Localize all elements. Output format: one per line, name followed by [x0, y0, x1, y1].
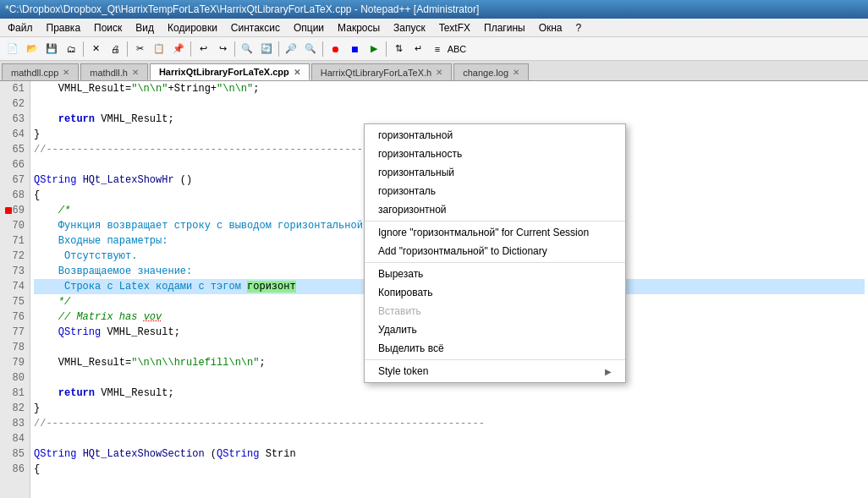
- ctx-autocomplete-section: горизонтальной горизонтальность горизонт…: [365, 124, 625, 222]
- toolbar-replace[interactable]: 🔄: [257, 40, 276, 58]
- menu-plugins[interactable]: Плагины: [480, 21, 530, 35]
- ctx-style-token[interactable]: Style token ▶: [365, 362, 625, 380]
- tab-harrix-h[interactable]: HarrixQtLibraryForLaTeX.h ✕: [311, 63, 452, 80]
- line-num-65: 65: [5, 142, 25, 157]
- toolbar-sep-6: [322, 41, 323, 57]
- tab-harrix-cpp[interactable]: HarrixQtLibraryForLaTeX.cpp ✕: [150, 63, 310, 80]
- ctx-add-spell[interactable]: Add "горизонтмальной" to Dictionary: [365, 242, 625, 260]
- toolbar-close[interactable]: ✕: [86, 40, 105, 58]
- line-num-67: 67: [5, 172, 25, 188]
- toolbar-undo[interactable]: ↩: [194, 40, 212, 58]
- code-line-81: return VMHL_Result;: [34, 386, 865, 401]
- toolbar-macro-rec[interactable]: ⏺: [326, 40, 344, 58]
- line-num-62: 62: [5, 96, 25, 112]
- tab-mathdll-cpp[interactable]: mathdll.cpp ✕: [2, 63, 79, 80]
- tab-bar: mathdll.cpp ✕ mathdll.h ✕ HarrixQtLibrar…: [0, 61, 868, 81]
- line-num-72: 72: [5, 249, 25, 264]
- line-num-73: 73: [5, 264, 25, 279]
- line-num-81: 81: [5, 386, 25, 401]
- code-line-86: {: [34, 462, 865, 477]
- line-num-74: 74: [5, 279, 25, 294]
- line-num-84: 84: [5, 431, 25, 446]
- toolbar-sync-scroll[interactable]: ⇅: [389, 40, 408, 58]
- tab-close-mathdll-cpp[interactable]: ✕: [63, 68, 69, 77]
- tab-close-mathdll-h[interactable]: ✕: [132, 68, 139, 77]
- menu-windows[interactable]: Окна: [535, 21, 567, 35]
- line-num-77: 77: [5, 325, 25, 340]
- ctx-edit-section: Вырезать Копировать Вставить Удалить Выд…: [365, 263, 625, 360]
- code-line-61: VMHL_Result="\n\n"+String+"\n\n";: [34, 81, 865, 96]
- line-num-79: 79: [5, 355, 25, 370]
- toolbar-save[interactable]: 💾: [42, 40, 61, 58]
- toolbar-save-all[interactable]: 🗂: [62, 40, 80, 58]
- toolbar-new[interactable]: 📄: [3, 40, 22, 58]
- ctx-copy[interactable]: Копировать: [365, 283, 625, 302]
- code-line-82: }: [34, 401, 865, 416]
- menu-search[interactable]: Поиск: [90, 21, 126, 35]
- ctx-autocomplete-1[interactable]: горизонтальность: [365, 145, 625, 163]
- tab-change-log[interactable]: change.log ✕: [453, 63, 529, 80]
- menu-help[interactable]: ?: [572, 21, 586, 35]
- menu-file[interactable]: Файл: [3, 21, 37, 35]
- line-numbers: 61 62 63 64 65 66 67 68 69 70 71 72 73 7…: [0, 81, 30, 498]
- code-line-62: [34, 96, 865, 112]
- ctx-select-all[interactable]: Выделить всё: [365, 339, 625, 358]
- toolbar-zoom-out[interactable]: 🔍: [301, 40, 320, 58]
- ctx-autocomplete-4[interactable]: загоризонтной: [365, 200, 625, 219]
- line-num-86: 86: [5, 462, 25, 477]
- toolbar-macro-stop[interactable]: ⏹: [345, 40, 364, 58]
- toolbar-print[interactable]: 🖨: [106, 40, 124, 58]
- toolbar-cut[interactable]: ✂: [130, 40, 149, 58]
- line-num-82: 82: [5, 401, 25, 416]
- line-num-70: 70: [5, 218, 25, 233]
- line-num-83: 83: [5, 416, 25, 431]
- title-bar: *C:\Dropbox\Dropbox_Qt\HarrixTempForLaTe…: [0, 0, 868, 19]
- toolbar-spell[interactable]: ABC: [448, 40, 466, 58]
- toolbar-copy[interactable]: 📋: [150, 40, 168, 58]
- toolbar-sep-2: [127, 41, 128, 57]
- line-num-85: 85: [5, 446, 25, 462]
- menu-view[interactable]: Вид: [131, 21, 158, 35]
- tab-close-harrix-cpp[interactable]: ✕: [294, 68, 300, 77]
- ctx-cut[interactable]: Вырезать: [365, 265, 625, 283]
- ctx-ignore-spell[interactable]: Ignore "горизонтмальной" for Current Ses…: [365, 223, 625, 242]
- code-line-85: QString HQt_LatexShowSection (QString St…: [34, 446, 865, 462]
- title-text: *C:\Dropbox\Dropbox_Qt\HarrixTempForLaTe…: [5, 3, 479, 15]
- toolbar-sep-5: [278, 41, 279, 57]
- bookmark-marker-69: [5, 207, 12, 214]
- tab-close-change-log[interactable]: ✕: [513, 68, 519, 77]
- context-menu: горизонтальной горизонтальность горизонт…: [364, 123, 626, 383]
- toolbar-indent[interactable]: ≡: [428, 40, 447, 58]
- menu-syntax[interactable]: Синтаксис: [227, 21, 284, 35]
- line-num-76: 76: [5, 309, 25, 325]
- menu-edit[interactable]: Правка: [42, 21, 85, 35]
- menu-encoding[interactable]: Кодировки: [163, 21, 222, 35]
- toolbar-macro-play[interactable]: ▶: [365, 40, 383, 58]
- ctx-delete[interactable]: Удалить: [365, 320, 625, 339]
- ctx-paste: Вставить: [365, 302, 625, 320]
- line-num-71: 71: [5, 233, 25, 249]
- ctx-autocomplete-2[interactable]: горизонтальный: [365, 163, 625, 182]
- tab-close-harrix-h[interactable]: ✕: [436, 68, 442, 77]
- line-num-61: 61: [5, 81, 25, 96]
- code-line-84: [34, 431, 865, 446]
- toolbar-open[interactable]: 📂: [23, 40, 41, 58]
- toolbar-sep-4: [234, 41, 235, 57]
- ctx-autocomplete-0[interactable]: горизонтальной: [365, 126, 625, 145]
- menu-run[interactable]: Запуск: [389, 21, 430, 35]
- menu-macros[interactable]: Макросы: [333, 21, 384, 35]
- menu-bar: Файл Правка Поиск Вид Кодировки Синтакси…: [0, 19, 868, 37]
- ctx-autocomplete-3[interactable]: горизонталь: [365, 182, 625, 200]
- toolbar-find[interactable]: 🔍: [238, 40, 256, 58]
- line-num-64: 64: [5, 127, 25, 142]
- toolbar-sep-3: [190, 41, 191, 57]
- menu-options[interactable]: Опции: [289, 21, 328, 35]
- toolbar-zoom-in[interactable]: 🔎: [282, 40, 300, 58]
- toolbar-sep-7: [386, 41, 387, 57]
- toolbar-paste[interactable]: 📌: [169, 40, 188, 58]
- toolbar-redo[interactable]: ↪: [213, 40, 232, 58]
- menu-textfx[interactable]: TextFX: [435, 21, 475, 35]
- tab-mathdll-h[interactable]: mathdll.h ✕: [80, 63, 148, 80]
- toolbar-word-wrap[interactable]: ↵: [409, 40, 427, 58]
- toolbar: 📄 📂 💾 🗂 ✕ 🖨 ✂ 📋 📌 ↩ ↪ 🔍 🔄 🔎 🔍 ⏺ ⏹ ▶ ⇅ ↵ …: [0, 37, 868, 61]
